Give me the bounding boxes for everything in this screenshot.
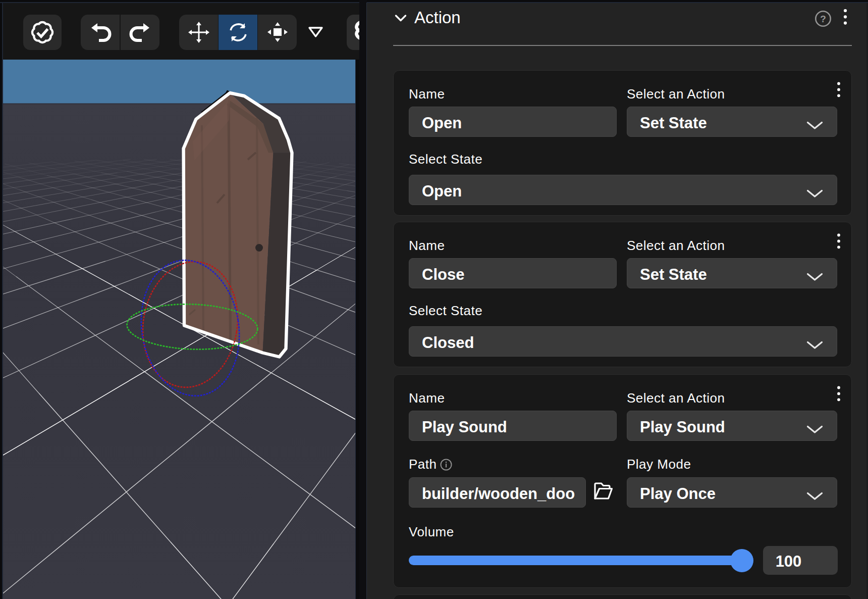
svg-text:?: ? bbox=[820, 14, 826, 24]
